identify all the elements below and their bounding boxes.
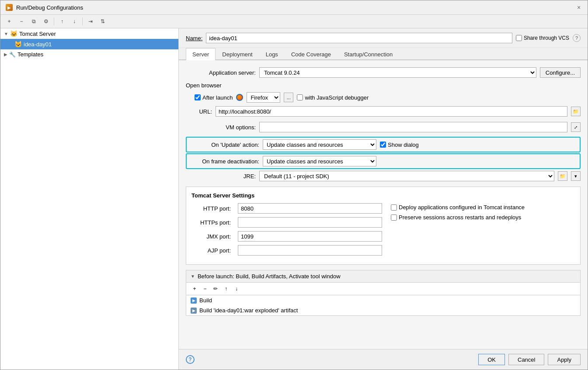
bl-build-item: ▶ Build <box>186 295 580 305</box>
remove-config-button[interactable]: − <box>16 17 27 26</box>
url-input[interactable] <box>216 106 567 117</box>
jre-dropdown-button[interactable]: ▾ <box>571 171 581 181</box>
bl-artifact-item: ▶ Build 'idea-day01:war exploded' artifa… <box>186 305 580 315</box>
browser-row: After launch Firefox Chrome ... with Jav… <box>186 92 581 103</box>
window-title: Run/Debug Configurations <box>16 4 83 11</box>
tabs-row: Server Deployment Logs Code Coverage Sta… <box>179 48 588 60</box>
name-input[interactable] <box>206 33 512 43</box>
on-frame-deact-select[interactable]: Update classes and resources Redeploy Re… <box>263 156 376 166</box>
after-launch-label: After launch <box>202 94 233 101</box>
js-debug-checkbox[interactable] <box>297 94 303 100</box>
share-vcs-checkbox[interactable] <box>516 35 522 41</box>
open-browser-section: Open browser After launch Firefox Chrome… <box>186 82 581 117</box>
bl-up-button[interactable]: ↑ <box>221 284 231 293</box>
tomcat-settings-body: HTTP port: HTTPs port: JMX port: <box>191 203 575 259</box>
tab-deployment[interactable]: Deployment <box>216 48 259 60</box>
tab-startup-connection[interactable]: Startup/Connection <box>337 48 399 60</box>
expand-icon: ▼ <box>4 31 8 36</box>
bl-remove-button[interactable]: − <box>200 284 210 293</box>
preserve-sessions-checkbox[interactable] <box>391 214 397 221</box>
update-action-container: On 'Update' action: Update classes and r… <box>186 137 581 169</box>
bl-edit-button[interactable]: ✏ <box>211 284 220 293</box>
ajp-port-label: AJP port: <box>191 247 231 254</box>
after-launch-checkbox-label: After launch <box>195 94 233 101</box>
tomcat-settings-title: Tomcat Server Settings <box>191 192 575 199</box>
vm-options-input[interactable] <box>259 122 567 132</box>
deploy-apps-checkbox[interactable] <box>391 204 397 211</box>
move-down-button[interactable]: ↓ <box>69 17 80 26</box>
app-server-select[interactable]: Tomcat 9.0.24 <box>259 67 536 78</box>
on-update-select[interactable]: Update classes and resources Redeploy Re… <box>263 139 376 150</box>
footer-help-button[interactable]: ? <box>186 355 195 364</box>
open-browser-title: Open browser <box>186 82 581 89</box>
jre-select[interactable]: Default (11 - project SDK) <box>259 171 554 181</box>
configurations-sidebar: ▼ 🐱 Tomcat Server 🐱 idea-day01 ▶ 🔧 Templ… <box>0 28 179 370</box>
https-port-label: HTTPs port: <box>191 219 231 226</box>
move-config-button[interactable]: ⇥ <box>85 17 96 26</box>
bl-down-button[interactable]: ↓ <box>232 284 241 293</box>
tomcat-group-label: Tomcat Server <box>19 31 56 37</box>
js-debug-text: with JavaScript debugger <box>305 94 369 101</box>
title-bar-left: ▶ Run/Debug Configurations <box>6 4 83 11</box>
ajp-port-input[interactable] <box>238 245 382 256</box>
sidebar-item-idea-day01[interactable]: 🐱 idea-day01 <box>0 39 178 49</box>
bl-add-button[interactable]: + <box>190 284 199 293</box>
configure-button[interactable]: Configure... <box>540 67 581 78</box>
ajp-port-row: AJP port: <box>191 245 382 256</box>
jmx-port-label: JMX port: <box>191 233 231 240</box>
move-up-button[interactable]: ↑ <box>57 17 67 26</box>
right-panel: Name: Share through VCS ? Server Deploym… <box>179 28 588 370</box>
browser-select[interactable]: Firefox Chrome <box>247 92 280 103</box>
tab-code-coverage[interactable]: Code Coverage <box>285 48 337 60</box>
tomcat-group-icon: 🐱 <box>10 30 17 37</box>
dialog-footer: ? OK Cancel Apply <box>179 349 588 370</box>
https-port-input[interactable] <box>238 217 382 228</box>
show-dialog-text: Show dialog <box>388 142 419 148</box>
cancel-button[interactable]: Cancel <box>508 354 544 365</box>
expand-vm-button[interactable]: ⤢ <box>571 122 581 132</box>
deploy-apps-label: Deploy applications configured in Tomcat… <box>391 204 525 211</box>
settings-config-button[interactable]: ⚙ <box>41 17 51 26</box>
copy-config-button[interactable]: ⧉ <box>28 17 39 26</box>
close-button[interactable]: × <box>575 4 582 11</box>
ports-section: HTTP port: HTTPs port: JMX port: <box>191 203 382 259</box>
templates-icon: 🔧 <box>9 52 16 58</box>
name-row: Name: Share through VCS ? <box>179 28 588 48</box>
app-server-row: Application server: Tomcat 9.0.24 Config… <box>186 67 581 78</box>
http-port-input[interactable] <box>238 203 382 214</box>
configurations-toolbar: + − ⧉ ⚙ ↑ ↓ ⇥ ⇅ <box>0 15 588 28</box>
app-server-label: Application server: <box>186 69 256 76</box>
browser-dots-button[interactable]: ... <box>284 93 293 102</box>
main-content: ▼ 🐱 Tomcat Server 🐱 idea-day01 ▶ 🔧 Templ… <box>0 28 588 370</box>
ok-button[interactable]: OK <box>478 354 505 365</box>
server-tab-content: Application server: Tomcat 9.0.24 Config… <box>179 60 588 349</box>
vm-options-row: VM options: ⤢ <box>186 122 581 132</box>
toolbar-separator-2 <box>82 17 83 25</box>
jmx-port-input[interactable] <box>238 231 382 242</box>
tab-logs[interactable]: Logs <box>259 48 285 60</box>
collapse-button[interactable]: ▼ <box>191 274 195 279</box>
url-row: URL: 📁 <box>186 106 581 117</box>
jre-row: JRE: Default (11 - project SDK) 📁 ▾ <box>186 171 581 181</box>
before-launch-title: Before launch: Build, Build Artifacts, A… <box>198 273 341 280</box>
jmx-port-row: JMX port: <box>191 231 382 242</box>
on-update-row: On 'Update' action: Update classes and r… <box>186 137 581 152</box>
url-browse-button[interactable]: 📁 <box>571 107 581 116</box>
firefox-icon <box>236 94 243 101</box>
add-config-button[interactable]: + <box>4 17 14 26</box>
before-launch-header: ▼ Before launch: Build, Build Artifacts,… <box>186 270 580 283</box>
tomcat-child-icon: 🐱 <box>14 41 22 48</box>
vm-options-label: VM options: <box>186 124 256 131</box>
jre-browse-button[interactable]: 📁 <box>558 171 567 181</box>
apply-button[interactable]: Apply <box>548 354 581 365</box>
tab-server[interactable]: Server <box>186 48 216 60</box>
after-launch-checkbox[interactable] <box>195 94 201 100</box>
tomcat-server-group[interactable]: ▼ 🐱 Tomcat Server <box>0 28 178 39</box>
sort-config-button[interactable]: ⇅ <box>97 17 108 26</box>
http-port-row: HTTP port: <box>191 203 382 214</box>
url-label: URL: <box>195 108 212 115</box>
help-button[interactable]: ? <box>573 34 581 42</box>
show-dialog-checkbox[interactable] <box>380 142 386 148</box>
build-item-icon: ▶ <box>191 297 197 304</box>
templates-group[interactable]: ▶ 🔧 Templates <box>0 49 178 59</box>
